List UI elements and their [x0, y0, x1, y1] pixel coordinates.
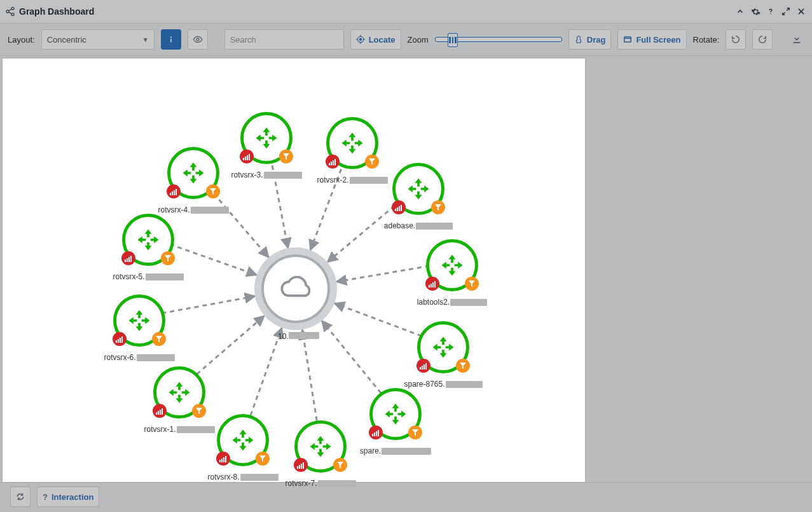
svg-rect-44: [401, 205, 402, 211]
svg-rect-51: [423, 364, 425, 370]
download-icon[interactable]: [792, 34, 804, 46]
device-node[interactable]: rotvsrx-2.: [317, 117, 387, 184]
collapse-icon[interactable]: [734, 6, 746, 17]
chevron-down-icon: ▼: [142, 36, 149, 43]
help-icon[interactable]: [765, 6, 776, 17]
device-node[interactable]: rotvsrx-6.: [104, 294, 174, 362]
svg-rect-62: [221, 459, 223, 462]
svg-rect-50: [422, 366, 423, 370]
svg-rect-72: [121, 336, 123, 343]
device-node[interactable]: labtools2.: [417, 239, 487, 307]
device-label: adebase.: [384, 221, 453, 230]
svg-line-3: [9, 9, 12, 11]
device-label: spare-8765.: [404, 380, 482, 389]
visibility-button[interactable]: [188, 29, 208, 50]
svg-rect-55: [376, 431, 377, 436]
filter-badge-icon: [408, 426, 422, 439]
search-input[interactable]: Search: [224, 29, 344, 50]
fullscreen-button[interactable]: Full Screen: [617, 29, 686, 50]
svg-rect-65: [156, 412, 157, 415]
signal-badge-icon: [425, 277, 439, 291]
svg-rect-71: [120, 338, 121, 343]
signal-badge-icon: [392, 200, 406, 214]
svg-rect-70: [118, 339, 119, 343]
svg-rect-42: [397, 207, 398, 211]
svg-rect-75: [128, 257, 130, 262]
signal-badge-icon: [216, 452, 230, 466]
close-icon[interactable]: [795, 6, 807, 17]
filter-badge-icon: [456, 359, 470, 373]
svg-rect-33: [243, 158, 244, 160]
rotate-cw-button[interactable]: [752, 29, 773, 50]
side-panel: [588, 56, 812, 482]
svg-rect-61: [219, 460, 221, 462]
device-node[interactable]: rotvsrx-1.: [144, 366, 214, 434]
center-node[interactable]: [254, 247, 337, 330]
filter-badge-icon: [161, 251, 175, 265]
svg-rect-43: [399, 206, 400, 211]
signal-badge-icon: [113, 332, 127, 346]
device-label: rotvsrx-7.: [286, 479, 356, 488]
device-label: rotvsrx-8.: [208, 473, 279, 481]
zoom-slider[interactable]: [435, 30, 562, 49]
graph-canvas[interactable]: 10.rotvsrx-3.rotvsrx-2.adebase.labtools2…: [3, 59, 585, 482]
info-button[interactable]: [161, 29, 181, 50]
filter-badge-icon: [465, 277, 479, 291]
device-node[interactable]: rotvsrx-4.: [158, 147, 228, 214]
device-node[interactable]: rotvsrx-8.: [208, 414, 278, 481]
filter-badge-icon: [333, 458, 347, 472]
zoom-label: Zoom: [408, 35, 429, 45]
locate-button[interactable]: Locate: [350, 29, 401, 50]
svg-rect-35: [247, 155, 248, 160]
svg-rect-48: [434, 281, 436, 287]
svg-rect-53: [372, 434, 373, 436]
svg-rect-45: [429, 285, 430, 287]
svg-line-29: [196, 315, 265, 374]
svg-rect-80: [175, 189, 177, 195]
device-label: rotvsrx-3.: [231, 170, 302, 179]
filter-badge-icon: [365, 155, 379, 169]
gear-icon[interactable]: [750, 6, 761, 17]
layout-label: Layout:: [8, 35, 35, 45]
svg-rect-40: [334, 159, 336, 165]
svg-point-2: [11, 13, 14, 16]
svg-point-5: [770, 13, 771, 14]
svg-rect-78: [172, 191, 173, 195]
device-node[interactable]: spare-8765.: [408, 321, 478, 389]
signal-badge-icon: [167, 184, 181, 198]
svg-line-27: [302, 329, 317, 420]
drag-button[interactable]: Drag: [568, 29, 612, 50]
svg-rect-59: [301, 464, 302, 469]
expand-icon[interactable]: [780, 6, 792, 17]
interaction-button[interactable]: ? Interaction: [37, 487, 99, 507]
device-node[interactable]: rotvsrx-3.: [231, 112, 301, 179]
device-node[interactable]: spare.: [361, 388, 430, 455]
filter-badge-icon: [256, 452, 270, 466]
svg-rect-76: [130, 256, 132, 262]
device-node[interactable]: rotvsrx-7.: [286, 420, 355, 488]
signal-badge-icon: [121, 251, 135, 265]
slider-thumb[interactable]: [448, 33, 458, 47]
layout-select[interactable]: Concentric ▼: [41, 29, 155, 50]
svg-point-0: [11, 7, 14, 10]
device-node[interactable]: rotvsrx-5.: [113, 214, 183, 281]
signal-badge-icon: [369, 426, 383, 439]
device-node[interactable]: adebase.: [383, 163, 453, 230]
svg-rect-67: [160, 410, 161, 415]
svg-line-28: [251, 328, 282, 415]
svg-line-30: [162, 296, 255, 314]
center-node-label: 10.: [278, 332, 319, 341]
svg-rect-47: [432, 282, 434, 287]
rotate-ccw-button[interactable]: [726, 29, 746, 50]
svg-rect-37: [329, 163, 330, 165]
device-label: rotvsrx-5.: [113, 272, 184, 281]
svg-rect-74: [127, 258, 128, 262]
panel-header: Graph Dashboard: [0, 0, 812, 24]
filter-badge-icon: [206, 184, 220, 198]
svg-line-24: [336, 266, 429, 282]
svg-rect-64: [225, 456, 226, 462]
refresh-button[interactable]: [10, 487, 31, 507]
signal-badge-icon: [240, 149, 254, 163]
toolbar: Layout: Concentric ▼ Search Locate Zoom …: [0, 24, 812, 56]
layout-value: Concentric: [47, 35, 86, 45]
